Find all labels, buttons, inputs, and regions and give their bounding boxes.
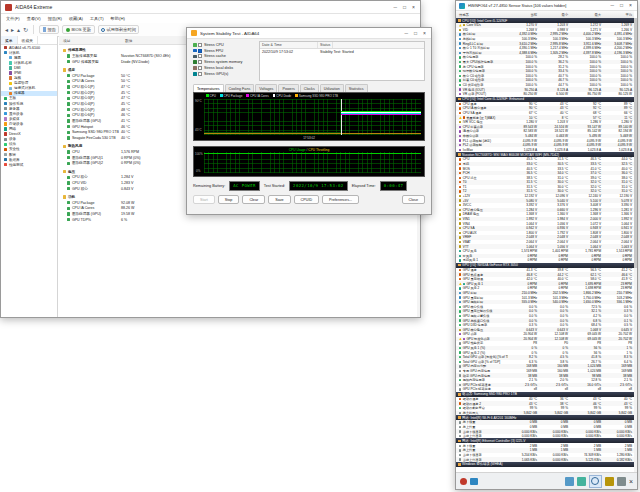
hwinfo-sensor-row[interactable]: GPU 视频时钟555.0 MHz540.0 MHz1,650.0 MHz556… xyxy=(456,300,634,305)
forward-icon[interactable]: ▸ xyxy=(11,27,14,33)
hwinfo-sensor-row[interactable]: GPU 风扇 2 (%)0 %0 %56 %1 % xyxy=(456,350,634,355)
hwinfo-sensor-row[interactable]: 最大 CPU/线程使用率100.0 %36.2 %100.0 %100.0 % xyxy=(456,60,634,65)
hwinfo-sensor-row[interactable]: PL1 功率限制 (静态)4,095.9 W4,095.9 W4,095.9 W… xyxy=(456,138,634,143)
hwinfo-sensor-row[interactable]: 总上传量1 MB1 MB1 MB1 MB xyxy=(456,448,634,453)
hwinfo-sensor-row[interactable]: GPU 风扇 20 RPM0 RPM1,698 RPM23 RPM xyxy=(456,286,634,291)
hwinfo-sensor-row[interactable]: 当前下载速率5.204 KB/s0.000 KB/s74.309 KB/s1.2… xyxy=(456,453,634,458)
hwinfo-sensor-row[interactable]: +12V12.192 V12.096 V12.240 V12.190 V xyxy=(456,194,634,199)
hwinfo-sensor-row[interactable]: C0 状态驻留率100.0 %44.7 %100.0 %100.0 % xyxy=(456,83,634,88)
graph-tab[interactable]: Powers xyxy=(278,84,298,92)
graph-tab[interactable]: Statistics xyxy=(345,84,368,92)
hwinfo-sensor-row[interactable]: VBAT2.064 V2.064 V2.064 V2.064 V xyxy=(456,240,634,245)
hwinfo-sensor-row[interactable]: 平均有效时钟4,388.6 MHz1,305.2 MHz4,397.8 MHz4… xyxy=(456,51,634,56)
column-min[interactable]: 最小 xyxy=(539,13,570,17)
close-button[interactable]: Close xyxy=(402,195,425,204)
column-sensor[interactable]: 传感器 xyxy=(456,13,508,17)
hwinfo-sensor-row[interactable]: CPU 插座38.5 °C31.0 °C39.0 °C38.0 °C xyxy=(456,175,634,180)
hwinfo-sensor-row[interactable]: VTT1.064 V1.056 V1.064 V1.063 V xyxy=(456,244,634,249)
checkbox-icon[interactable] xyxy=(198,66,202,70)
menu-item[interactable]: 查看(V) xyxy=(27,16,41,21)
hwinfo-sensor-row[interactable]: 3VCC3.392 V3.376 V3.408 V3.390 V xyxy=(456,203,634,208)
hwinfo-sensor-row[interactable]: 总下载量0 MB0 MB0 MB0 MB xyxy=(456,420,634,425)
maximize-icon[interactable]: □ xyxy=(403,5,406,10)
aida64-titlebar[interactable]: AIDA64 Extreme ─ □ × xyxy=(1,1,420,14)
layout-icon[interactable] xyxy=(617,477,626,486)
hwinfo-sensor-row[interactable]: CPU IA 核心温度90 °C43 °C92 °C89 °C xyxy=(456,106,634,111)
menu-item[interactable]: 工具(T) xyxy=(90,16,104,21)
close-icon[interactable]: × xyxy=(423,31,426,36)
hwinfo-sensor-row[interactable]: GPU 功率20.904 W12.108 W69.045 W20.702 W xyxy=(456,332,634,337)
hwinfo-sensor-row[interactable]: 核心使用率100.0 %28.2 %100.0 %100.0 % xyxy=(456,55,634,60)
maximize-icon[interactable]: □ xyxy=(620,3,623,8)
menu-item[interactable]: 报告(R) xyxy=(48,16,62,21)
hwinfo-sensor-row[interactable]: 驱动器剩余寿命99 %99 %99 %99 % xyxy=(456,406,634,411)
hwinfo-sensor-row[interactable]: 专用 GPU 内存使用169 MB160 MB1,024 MB169 MB xyxy=(456,369,634,374)
hwinfo-sensor-row[interactable]: MOS40.5 °C33.5 °C41.0 °C40.0 °C xyxy=(456,166,634,171)
hwinfo-sensor-row[interactable]: VREF2.048 V2.048 V2.048 V2.048 V xyxy=(456,235,634,240)
hwinfo-sensor-row[interactable]: 核心 C0 驻留率100.0 %40.7 %100.0 %100.0 % xyxy=(456,74,634,79)
hwinfo-sensor-row[interactable]: 泵风扇0 RPM0 RPM0 RPM0 RPM xyxy=(456,254,634,259)
hwinfo-sensor-row[interactable]: IccMax1,023.8 A1,023.8 A1,023.8 A1,023.8… xyxy=(456,147,634,152)
hwinfo-sensor-row[interactable]: +5V5.080 V5.040 V5.100 V5.078 V xyxy=(456,198,634,203)
hwinfo-sensor-row[interactable]: 总线时钟100.3 MHz100.3 MHz100.3 MHz100.3 MHz xyxy=(456,37,634,42)
clearbutton[interactable]: Clear xyxy=(242,195,265,204)
hwinfo-sensor-row[interactable]: 核心时钟4,392.0 MHz2,995.2 MHz4,400.2 MHz4,3… xyxy=(456,32,634,37)
hwinfo-sensor-row[interactable]: 核心 1 T0 有效时钟4,390.1 MHz1,217.4 MHz4,399.… xyxy=(456,46,634,51)
hwinfo-sensor-row[interactable]: 系统33.0 °C30.5 °C33.5 °C32.5 °C xyxy=(456,162,634,167)
hwinfo-sensor-row[interactable]: 驱动器温度 243 °C38 °C46 °C43 °C xyxy=(456,401,634,406)
maximize-icon[interactable]: □ xyxy=(414,31,417,36)
reset-min-max-icon[interactable] xyxy=(577,477,586,486)
hwinfo-sensor-row[interactable]: 非核心功率5.484 W0.463 W5.495 W5.469 W xyxy=(456,134,634,139)
checkbox-icon[interactable] xyxy=(198,43,202,47)
minimize-icon[interactable]: ─ xyxy=(611,3,615,8)
close-icon[interactable]: × xyxy=(412,5,415,10)
hwinfo-sensor-row[interactable]: VIN41.064 V1.056 V1.072 V1.064 V xyxy=(456,221,634,226)
hwinfo-sensor-row[interactable]: CPU45.5 °C31.5 °C46.5 °C44.0 °C xyxy=(456,157,634,162)
hwinfo-sensor-row[interactable]: GPU 总线接口负载0.0 %0.0 %6.8 %0.1 % xyxy=(456,318,634,323)
checkbox-icon[interactable] xyxy=(198,54,202,58)
reset-values-icon[interactable] xyxy=(565,477,574,486)
hwinfo-sensor-row[interactable]: GPU 时钟210.0 MHz202.5 MHz1,866.2 MHz210.7… xyxy=(456,291,634,296)
sidebar-tab[interactable]: 菜单 xyxy=(1,36,18,44)
hwinfo-sensor-row[interactable]: Core VIDs1.270 V1.203 V1.272 V1.269 V xyxy=(456,23,634,28)
hwinfo-sensor-row[interactable]: 总主机写入5,842 GB5,842 GB5,842 GB5,842 GB xyxy=(456,411,634,416)
column-avg[interactable]: 平均 xyxy=(603,13,634,17)
report-icon[interactable] xyxy=(470,478,478,485)
hwinfo-sensor-row[interactable]: 驱动器温度40 °C36 °C43 °C40 °C xyxy=(456,397,634,402)
stress-option[interactable]: Stress GPU(s) xyxy=(193,71,257,77)
tree-item[interactable]: 性能测试 xyxy=(1,162,57,167)
report-button[interactable]: 报告 xyxy=(39,25,59,34)
graph-tab[interactable]: Cooling Fans xyxy=(225,84,255,92)
hwinfo-sensor-row[interactable]: T231.5 °C30.0 °C32.0 °C31.0 °C xyxy=(456,189,634,194)
refresh-icon[interactable]: ↻ xyxy=(23,27,28,33)
graph-tab[interactable]: Temperatures xyxy=(193,84,224,92)
hwinfo-sensor-row[interactable]: 视频内存使用率2.1 %2.0 %12.8 %2.1 % xyxy=(456,378,634,383)
hwinfo-sensor-row[interactable]: 当前下载速率0.000 KB/s0.000 KB/s0.000 KB/s0.00… xyxy=(456,429,634,434)
hwinfo-scrollbar[interactable] xyxy=(634,18,637,473)
minimize-icon[interactable]: ─ xyxy=(405,31,409,36)
hwinfo-sensor-row[interactable]: CPU 封装功率89.543 W24.516 W93.147 W89.140 W xyxy=(456,124,634,129)
cpuidbutton[interactable]: CPUID xyxy=(294,195,319,204)
column-field[interactable]: 项目 xyxy=(59,38,125,43)
event-row[interactable]: 2022/10/9 17:53:02Stability Test: Starte… xyxy=(260,49,424,55)
hwinfo-sensor-row[interactable]: GPU 热点温度46.8 °C44.2 °C62.1 °C46.6 °C xyxy=(456,272,634,277)
graph-tab[interactable]: Clocks xyxy=(300,84,319,92)
graph-tab[interactable]: Utilization xyxy=(320,84,344,92)
checkbox-icon[interactable] xyxy=(198,60,202,64)
event-column-header[interactable]: Date & Time xyxy=(260,42,318,48)
up-icon[interactable]: ▴ xyxy=(17,27,20,33)
hwinfo-sensor-row[interactable]: GPU 显存结温42.0 °C40.0 °C58.0 °C41.9 °C xyxy=(456,277,634,282)
hwinfo-sensor-row[interactable]: GPU 内存已分配168 MB160 MB1,024 MB169 MB xyxy=(456,364,634,369)
hwinfo-sensor-row[interactable]: Ring/LLC 时钟3,610.2 MHz2,995.8 MHz3,911.6… xyxy=(456,41,634,46)
hwinfo-sensor-row[interactable]: VID1.268 V0.988 V1.271 V1.266 V xyxy=(456,28,634,33)
hwinfo-sensor-row[interactable]: GPU PCIe 链路速度2.5 GT/s2.5 GT/s16.0 GT/s2.… xyxy=(456,383,634,388)
hwinfo-sensor-row[interactable]: GPU PCIe 链路宽度x8x8x8x8 xyxy=(456,387,634,392)
column-value[interactable]: 数值 xyxy=(125,38,133,43)
hwinfo-sensor-row[interactable]: 物理核心使用率100.0 %33.4 %100.0 %100.0 % xyxy=(456,69,634,74)
preferences-button[interactable]: Preferences... xyxy=(322,195,359,204)
gauge-icon[interactable] xyxy=(589,475,602,488)
hwinfo-sensor-row[interactable]: 系统风扇 10 RPM0 RPM0 RPM0 RPM xyxy=(456,258,634,263)
graph-tab[interactable]: Voltages xyxy=(255,84,277,92)
hwinfo-sensor-row[interactable]: 当前上传速率0.000 KB/s0.000 KB/s0.000 KB/s0.00… xyxy=(456,434,634,439)
stability-test-titlebar[interactable]: System Stability Test - AIDA64 ─ □ × xyxy=(187,28,431,39)
